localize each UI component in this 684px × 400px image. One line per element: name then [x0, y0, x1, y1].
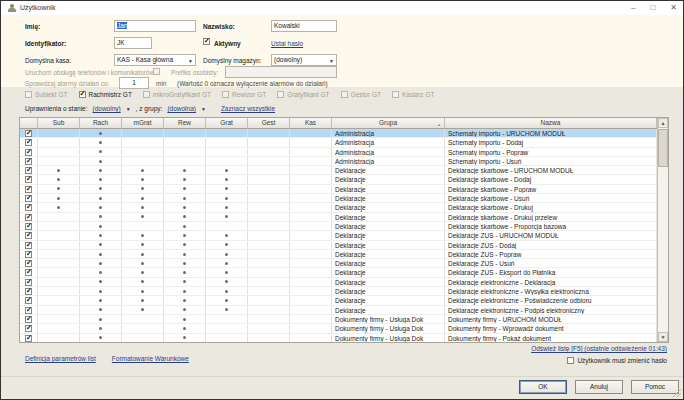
table-row[interactable]: DeklaracjeDeklaracje ZUS - Usuń — [20, 259, 657, 268]
table-row[interactable]: DeklaracjeDeklaracje ZUS - Eksport do Pł… — [20, 268, 657, 277]
minimize-icon[interactable]: – — [631, 2, 635, 14]
row-checkbox[interactable] — [25, 130, 32, 137]
vertical-scrollbar[interactable]: ▲ ▼ — [657, 118, 668, 342]
row-checkbox[interactable] — [25, 297, 32, 304]
row-checkbox[interactable] — [25, 158, 32, 165]
product-checkbox-item[interactable]: Rewizor GT — [222, 91, 266, 98]
alarm-interval-field[interactable]: 1 — [119, 77, 149, 89]
product-checkbox[interactable] — [341, 91, 348, 98]
table-row[interactable]: Dokumenty firmy - Usługa DokDokumenty fi… — [20, 315, 657, 324]
row-checkbox[interactable] — [25, 195, 32, 202]
table-row[interactable]: Dokumenty firmy - Usługa DokDokumenty fi… — [20, 334, 657, 342]
product-checkbox[interactable] — [277, 91, 284, 98]
table-row[interactable]: AdministracjaSchematy importu - Popraw — [20, 148, 657, 157]
ok-button[interactable]: OK — [519, 380, 567, 394]
product-checkbox-item[interactable]: Kasiarz GT — [392, 91, 435, 98]
scroll-down-button[interactable]: ▼ — [658, 332, 668, 342]
row-checkbox[interactable] — [25, 251, 32, 258]
table-header-cell-grupa[interactable]: Grupa▲ — [332, 118, 445, 128]
define-params-link[interactable]: Definicja parametrów list — [25, 355, 96, 362]
row-checkbox[interactable] — [25, 325, 32, 332]
row-checkbox[interactable] — [25, 232, 32, 239]
table-row[interactable]: DeklaracjeDeklaracje ZUS - Dodaj — [20, 241, 657, 250]
nazwisko-field[interactable]: Kowalski — [271, 20, 337, 32]
perm-filter-state-link[interactable]: (dowolny) — [93, 105, 121, 112]
row-checkbox[interactable] — [25, 260, 32, 267]
perm-filter-group-link[interactable]: (dowolna) — [167, 105, 196, 112]
table-row[interactable]: DeklaracjeDeklaracje elektroniczne - Pod… — [20, 306, 657, 315]
table-header-cell-sub[interactable]: Sub — [38, 118, 80, 128]
table-row[interactable]: DeklaracjeDeklaracje ZUS - URUCHOM MODUŁ — [20, 231, 657, 240]
table-header-cell-mgrat[interactable]: mGrat — [122, 118, 164, 128]
identyfikator-field[interactable]: JK — [114, 37, 152, 49]
table-row[interactable]: DeklaracjeDeklaracje elektroniczne - Poś… — [20, 296, 657, 305]
row-checkbox[interactable] — [25, 214, 32, 221]
cancel-button[interactable]: Anuluj — [575, 380, 623, 394]
table-row[interactable]: DeklaracjeDeklaracje skarbowe - Drukuj p… — [20, 213, 657, 222]
product-checkbox-item[interactable]: Gratyfikant GT — [277, 91, 329, 98]
product-checkbox-item[interactable]: mikroGratyfikant GT — [143, 91, 211, 98]
domyslny-magazyn-select[interactable]: (dowolny)▼ — [271, 54, 337, 66]
table-header-cell-nazwa[interactable]: Nazwa — [445, 118, 657, 128]
product-checkbox[interactable] — [222, 91, 229, 98]
table-row[interactable]: AdministracjaSchematy importu - Dodaj — [20, 138, 657, 147]
row-checkbox[interactable] — [25, 279, 32, 286]
row-checkbox[interactable] — [25, 139, 32, 146]
domyslna-kasa-select[interactable]: KAS - Kasa główna▼ — [114, 54, 196, 66]
aktywny-checkbox[interactable] — [203, 38, 210, 45]
row-checkbox[interactable] — [25, 288, 32, 295]
row-checkbox[interactable] — [25, 149, 32, 156]
product-checkbox[interactable] — [143, 91, 150, 98]
product-checkbox-item[interactable]: Gestor GT — [341, 91, 381, 98]
scroll-thumb[interactable] — [658, 129, 668, 167]
table-row[interactable]: DeklaracjeDeklaracje skarbowe - Popraw — [20, 185, 657, 194]
row-checkbox[interactable] — [25, 176, 32, 183]
row-checkbox[interactable] — [25, 242, 32, 249]
maximize-icon[interactable]: □ — [650, 2, 655, 14]
row-checkbox[interactable] — [25, 167, 32, 174]
table-header-cell-rach[interactable]: Rach — [80, 118, 122, 128]
ustal-haslo-link[interactable]: Ustal hasło — [271, 40, 303, 47]
product-checkbox-item[interactable]: Subiekt GT — [25, 91, 68, 98]
conditional-formatting-link[interactable]: Formatowanie Warunkowe — [112, 355, 189, 362]
table-row[interactable]: DeklaracjeDeklaracje skarbowe - Usuń — [20, 194, 657, 203]
scroll-up-button[interactable]: ▲ — [658, 118, 668, 128]
table-header-cell-grat[interactable]: Grat — [206, 118, 248, 128]
select-all-link[interactable]: Zaznacz wszystkie — [221, 105, 275, 112]
help-button[interactable]: Pomoc — [631, 380, 679, 394]
refresh-list-link[interactable]: Odśwież listę [F5] (ostatnie odświeżenie… — [531, 345, 667, 352]
row-checkbox[interactable] — [25, 204, 32, 211]
table-row[interactable]: DeklaracjeDeklaracje elektroniczne - Wys… — [20, 287, 657, 296]
row-checkbox[interactable] — [25, 269, 32, 276]
table-row[interactable]: DeklaracjeDeklaracje skarbowe - Proporcj… — [20, 222, 657, 231]
close-icon[interactable]: ✕ — [670, 2, 677, 14]
table-row[interactable]: DeklaracjeDeklaracje skarbowe - Dodaj — [20, 175, 657, 184]
row-checkbox[interactable] — [25, 223, 32, 230]
permission-cell-kas — [290, 315, 332, 323]
table-row[interactable]: AdministracjaSchematy importu - Usuń — [20, 157, 657, 166]
row-checkbox[interactable] — [25, 307, 32, 314]
table-row[interactable]: DeklaracjeDeklaracje ZUS - Popraw — [20, 250, 657, 259]
table-header-cell-kas[interactable]: Kas — [290, 118, 332, 128]
table-header-cell-rew[interactable]: Rew — [164, 118, 206, 128]
table-row[interactable]: DeklaracjeDeklaracje skarbowe - URUCHOM … — [20, 166, 657, 175]
table-row[interactable]: DeklaracjeDeklaracje elektroniczne - Dek… — [20, 278, 657, 287]
permission-dot-icon — [99, 280, 102, 283]
table-row[interactable]: AdministracjaSchematy importu - URUCHOM … — [20, 129, 657, 138]
product-checkbox[interactable] — [79, 91, 86, 98]
imie-field[interactable]: Jan — [114, 20, 196, 32]
group-cell: Deklaracje — [332, 231, 445, 239]
row-checkbox[interactable] — [25, 186, 32, 193]
permission-cell-gest — [248, 185, 290, 193]
table-row[interactable]: Dokumenty firmy - Usługa DokDokumenty fi… — [20, 324, 657, 333]
table-header-cell-checkbox[interactable] — [20, 118, 38, 128]
product-checkbox[interactable] — [25, 91, 32, 98]
row-checkbox[interactable] — [25, 335, 32, 342]
permission-dot-icon — [141, 262, 144, 265]
table-header-cell-gest[interactable]: Gest — [248, 118, 290, 128]
product-checkbox[interactable] — [392, 91, 399, 98]
row-checkbox[interactable] — [25, 316, 32, 323]
table-row[interactable]: DeklaracjeDeklaracje skarbowe - Drukuj — [20, 203, 657, 212]
product-checkbox-item[interactable]: Rachmistrz GT — [79, 91, 132, 98]
must-change-password-checkbox[interactable] — [567, 357, 574, 364]
